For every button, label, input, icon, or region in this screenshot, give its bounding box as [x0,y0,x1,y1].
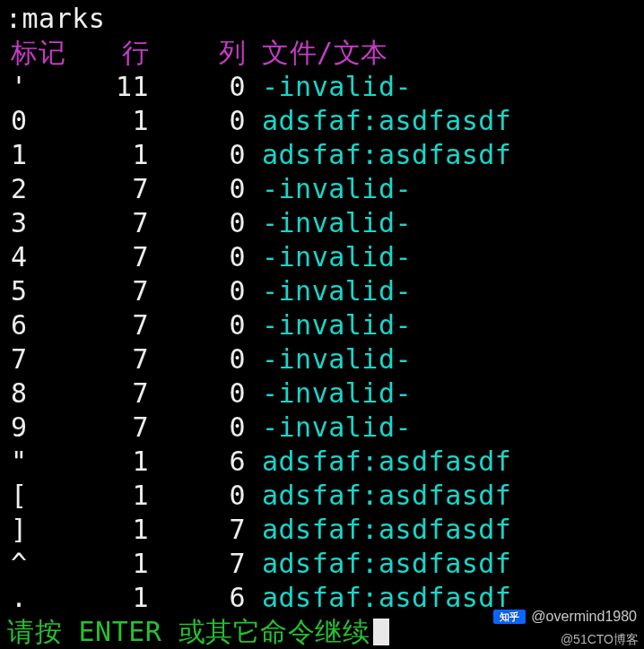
line-cell: 7 [61,346,149,373]
marks-row: 270-invalid- [5,172,639,206]
marks-row: 470-invalid- [5,240,639,274]
line-cell: 1 [61,108,149,134]
mark-cell: 1 [5,142,61,169]
marks-rows: '110-invalid-010adsfaf:asdfasdf110adsfaf… [5,70,639,615]
line-cell: 1 [61,448,149,475]
file-cell: adsfaf:asdfasdf [255,550,639,577]
line-cell: 1 [61,584,149,611]
mark-cell: 2 [5,176,61,203]
mark-cell: 8 [5,380,61,407]
line-cell: 7 [61,312,149,339]
marks-row: ^17adsfaf:asdfasdf [5,547,639,581]
file-cell: -invalid- [255,414,639,441]
col-cell: 0 [149,312,255,339]
col-cell: 6 [149,448,255,475]
mark-cell: ^ [5,550,61,577]
file-cell: -invalid- [255,278,639,305]
col-cell: 0 [149,380,255,407]
file-cell: -invalid- [255,346,639,373]
file-cell: adsfaf:asdfasdf [255,516,639,543]
mark-cell: . [5,584,61,611]
header-file: 文件/文本 [255,39,639,66]
mark-cell: ' [5,74,61,100]
file-cell: adsfaf:asdfasdf [255,142,639,169]
mark-cell: 9 [5,414,61,441]
line-cell: 1 [61,482,149,509]
mark-cell: " [5,448,61,475]
file-cell: -invalid- [255,210,639,237]
file-cell: -invalid- [255,74,639,100]
col-cell: 0 [149,176,255,203]
file-cell: -invalid- [255,176,639,203]
file-cell: -invalid- [255,380,639,407]
mark-cell: 7 [5,346,61,373]
marks-row: ]17adsfaf:asdfasdf [5,513,639,547]
file-cell: adsfaf:asdfasdf [255,584,639,611]
mark-cell: ] [5,516,61,543]
col-cell: 0 [149,74,255,100]
file-cell: adsfaf:asdfasdf [255,448,639,475]
marks-row: '110-invalid- [5,70,639,104]
command-text: :marks [5,5,105,32]
line-cell: 7 [61,380,149,407]
header-line: 行 [61,39,149,66]
ex-command-line: :marks [5,2,639,36]
line-cell: 1 [61,516,149,543]
mark-cell: 5 [5,278,61,305]
zhihu-watermark: 知乎 @overmind1980 [493,610,637,624]
line-cell: 7 [61,176,149,203]
marks-row: 970-invalid- [5,411,639,445]
line-cell: 7 [61,278,149,305]
col-cell: 7 [149,550,255,577]
marks-row: [10adsfaf:asdfasdf [5,479,639,513]
col-cell: 0 [149,244,255,271]
zhihu-user: @overmind1980 [531,610,637,624]
col-cell: 0 [149,346,255,373]
mark-cell: [ [5,482,61,509]
col-cell: 0 [149,414,255,441]
line-cell: 11 [61,74,149,100]
marks-row: 670-invalid- [5,308,639,342]
header-col: 列 [149,39,255,66]
zhihu-logo-icon: 知乎 [493,610,526,624]
line-cell: 7 [61,244,149,271]
file-cell: adsfaf:asdfasdf [255,482,639,509]
col-cell: 7 [149,516,255,543]
marks-row: 110adsfaf:asdfasdf [5,138,639,172]
col-cell: 0 [149,482,255,509]
file-cell: -invalid- [255,244,639,271]
mark-cell: 6 [5,312,61,339]
col-cell: 0 [149,108,255,134]
marks-header-row: 标记 行 列 文件/文本 [5,36,639,70]
header-mark: 标记 [5,39,61,66]
mark-cell: 4 [5,244,61,271]
line-cell: 7 [61,210,149,237]
cursor-icon [373,619,389,645]
line-cell: 1 [61,550,149,577]
prompt-text: 请按 ENTER 或其它命令继续 [7,619,370,645]
marks-row: 870-invalid- [5,376,639,411]
marks-row: 010adsfaf:asdfasdf [5,104,639,138]
col-cell: 0 [149,210,255,237]
line-cell: 1 [61,142,149,169]
file-cell: adsfaf:asdfasdf [255,108,639,134]
marks-row: "16adsfaf:asdfasdf [5,445,639,479]
col-cell: 0 [149,278,255,305]
marks-row: 370-invalid- [5,206,639,240]
col-cell: 6 [149,584,255,611]
file-cell: -invalid- [255,312,639,339]
marks-row: 770-invalid- [5,342,639,376]
mark-cell: 0 [5,108,61,134]
col-cell: 0 [149,142,255,169]
51cto-watermark: @51CTO博客 [561,633,639,645]
mark-cell: 3 [5,210,61,237]
line-cell: 7 [61,414,149,441]
terminal-output: :marks 标记 行 列 文件/文本 '110-invalid-010adsf… [0,0,644,649]
marks-row: 570-invalid- [5,274,639,308]
